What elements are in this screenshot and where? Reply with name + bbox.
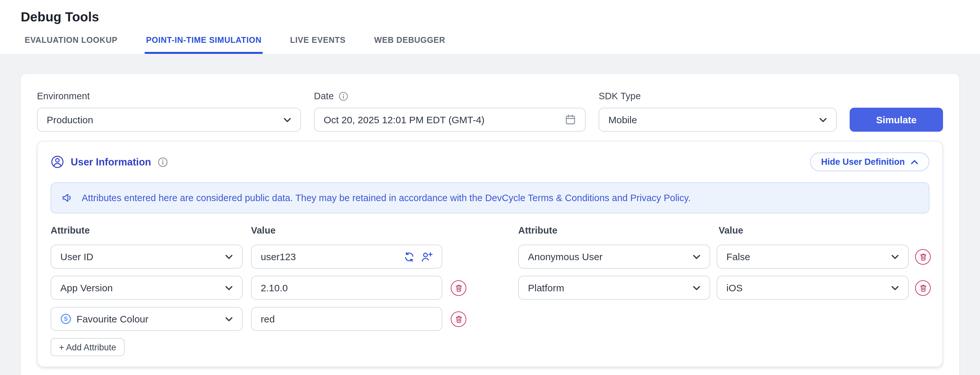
refresh-icon[interactable] (404, 251, 414, 262)
attributes-grid: Attribute Value User ID user123 (51, 225, 929, 356)
simulation-card: Environment Production Date (21, 74, 959, 375)
attribute-rows-right: Anonymous User False (518, 244, 931, 300)
info-icon[interactable] (338, 91, 348, 101)
user-circle-icon (51, 155, 64, 169)
attribute-row-user-id: User ID user123 (51, 244, 466, 269)
sdk-type-group: SDK Type Mobile (599, 89, 837, 132)
attribute-select-favourite-colour[interactable]: S Favourite Colour (51, 307, 243, 331)
tab-web-debugger[interactable]: WEB DEBUGGER (373, 36, 447, 54)
attribute-select-user-id[interactable]: User ID (51, 244, 243, 269)
tab-point-in-time-simulation[interactable]: POINT-IN-TIME SIMULATION (145, 36, 262, 54)
trash-icon (455, 284, 462, 292)
calendar-icon[interactable] (565, 114, 576, 125)
chevron-down-icon (225, 254, 233, 259)
environment-value: Production (47, 114, 93, 125)
platform-value-select[interactable]: iOS (717, 276, 908, 300)
chevron-down-icon (225, 285, 233, 290)
chevron-up-icon (911, 159, 918, 164)
date-group: Date Oct 20, 2025 12:01 PM EDT (GMT-4) (314, 89, 585, 132)
public-data-banner-text: Attributes entered here are considered p… (82, 193, 691, 203)
delete-attribute-button[interactable] (451, 311, 466, 327)
chevron-down-icon (693, 254, 700, 259)
column-headers: Attribute Value (51, 225, 466, 238)
attribute-column-header: Attribute (518, 225, 719, 238)
info-icon[interactable] (158, 157, 168, 167)
attribute-row-platform: Platform iOS (518, 276, 931, 300)
app-version-value-input[interactable]: 2.10.0 (251, 276, 442, 300)
user-information-section: User Information Hide User Definition (37, 141, 943, 367)
chevron-down-icon (225, 316, 233, 321)
attribute-row-favourite-colour: S Favourite Colour red (51, 307, 466, 331)
user-information-title: User Information (71, 156, 151, 168)
attribute-select-platform[interactable]: Platform (518, 276, 710, 300)
attribute-select-anonymous-user[interactable]: Anonymous User (518, 244, 710, 269)
attributes-column-right: Attribute Value Anonymous User False (518, 225, 931, 356)
anonymous-user-value-select[interactable]: False (717, 244, 908, 269)
user-id-value-input[interactable]: user123 (251, 244, 442, 269)
chevron-down-icon (283, 117, 291, 122)
chevron-down-icon (693, 285, 700, 290)
string-type-icon: S (60, 313, 72, 324)
tab-bar: EVALUATION LOOKUP POINT-IN-TIME SIMULATI… (0, 36, 980, 54)
sdk-type-value: Mobile (608, 114, 637, 125)
chevron-down-icon (819, 117, 827, 122)
sdk-type-select[interactable]: Mobile (599, 108, 837, 132)
page: Debug Tools EVALUATION LOOKUP POINT-IN-T… (0, 0, 980, 375)
main-area: Environment Production Date (0, 54, 980, 375)
attribute-row-app-version: App Version 2.10.0 (51, 276, 466, 300)
svg-text:S: S (64, 316, 68, 322)
app-header: Debug Tools EVALUATION LOOKUP POINT-IN-T… (0, 0, 980, 54)
value-column-header: Value (251, 225, 276, 238)
attribute-row-anonymous-user: Anonymous User False (518, 244, 931, 269)
column-headers: Attribute Value (518, 225, 931, 238)
environment-select[interactable]: Production (37, 108, 301, 132)
delete-attribute-button[interactable] (915, 280, 931, 295)
tab-evaluation-lookup[interactable]: EVALUATION LOOKUP (23, 36, 119, 54)
date-label: Date (314, 89, 585, 102)
environment-group: Environment Production (37, 89, 301, 132)
value-column-header: Value (719, 225, 743, 238)
trash-icon (455, 315, 462, 323)
add-attribute-button[interactable]: + Add Attribute (51, 338, 124, 356)
simulate-button[interactable]: Simulate (850, 108, 943, 132)
chevron-down-icon (891, 254, 899, 259)
attribute-column-header: Attribute (51, 225, 251, 238)
public-data-banner: Attributes entered here are considered p… (51, 182, 929, 214)
trash-icon (920, 284, 926, 292)
chevron-down-icon (891, 285, 899, 290)
megaphone-icon (62, 192, 75, 204)
attribute-rows-left: User ID user123 (51, 244, 466, 331)
delete-attribute-button[interactable] (451, 280, 466, 295)
user-information-title-group: User Information (51, 155, 168, 169)
environment-label: Environment (37, 89, 301, 102)
favourite-colour-value-input[interactable]: red (251, 307, 442, 331)
tab-live-events[interactable]: LIVE EVENTS (289, 36, 347, 54)
hide-user-definition-button[interactable]: Hide User Definition (810, 152, 929, 171)
attribute-select-app-version[interactable]: App Version (51, 276, 243, 300)
page-title: Debug Tools (0, 0, 980, 25)
filters-row: Environment Production Date (37, 89, 943, 132)
person-add-icon[interactable] (421, 251, 433, 262)
sdk-type-label: SDK Type (599, 89, 837, 102)
date-input[interactable]: Oct 20, 2025 12:01 PM EDT (GMT-4) (314, 108, 585, 132)
row-action-spacer (451, 249, 466, 264)
user-information-header: User Information Hide User Definition (51, 152, 929, 171)
date-value: Oct 20, 2025 12:01 PM EDT (GMT-4) (324, 114, 485, 125)
delete-attribute-button[interactable] (915, 249, 931, 264)
attributes-column-left: Attribute Value User ID user123 (51, 225, 466, 356)
trash-icon (920, 253, 926, 260)
